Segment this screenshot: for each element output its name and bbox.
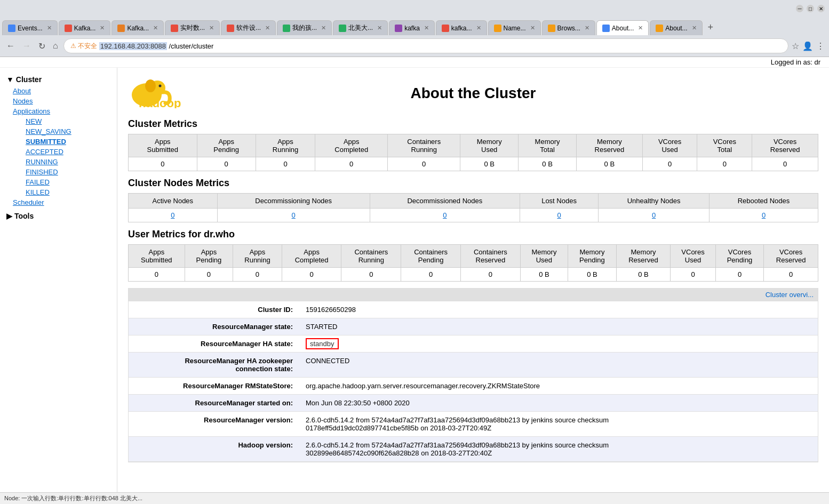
user-metrics-cell: 0 B: [568, 268, 617, 282]
cluster-info-value: CONNECTED: [299, 353, 818, 378]
sidebar-tools-header[interactable]: ▶ Tools: [0, 210, 117, 222]
hadoop-logo: hadoop: [128, 76, 235, 108]
user-metrics-header: VCores Pending: [715, 245, 764, 268]
user-metrics-header: VCores Used: [671, 245, 715, 268]
user-metrics-cell: 0 B: [520, 268, 568, 282]
cluster-metrics-header: VCores Used: [642, 134, 697, 157]
cluster-metrics-title: Cluster Metrics: [128, 118, 818, 130]
bookmark-icon[interactable]: ☆: [792, 41, 799, 51]
address-input-container[interactable]: ⚠ 不安全 192.168.48.203:8088 /cluster/clust…: [63, 38, 788, 53]
hadoop-logo-area: hadoop: [128, 76, 245, 110]
page-title-container: About the Cluster: [245, 85, 701, 102]
browser-tab[interactable]: Events...✕: [2, 20, 58, 35]
user-metrics-header: Apps Submitted: [129, 245, 185, 268]
browser-tab[interactable]: About...✕: [650, 20, 702, 35]
browser-tab[interactable]: kafka✕: [389, 20, 435, 35]
cluster-metrics-cell: 0: [129, 157, 197, 171]
browser-tab[interactable]: kafka...✕: [436, 20, 487, 35]
sidebar-item-submitted[interactable]: SUBMITTED: [6, 137, 117, 147]
sidebar-applications-subsection: NEW NEW_SAVING SUBMITTED ACCEPTED RUNNIN…: [6, 116, 117, 197]
sidebar-item-new[interactable]: NEW: [6, 116, 117, 126]
cluster-metrics-cell: 0: [315, 157, 388, 171]
cluster-metrics-cell: 0 B: [577, 157, 643, 171]
browser-tab[interactable]: Brows...✕: [542, 20, 595, 35]
new-tab-button[interactable]: +: [704, 20, 718, 35]
cluster-metrics-cell: 0 B: [519, 157, 577, 171]
menu-icon[interactable]: ⋮: [816, 41, 825, 51]
cluster-info-value: STARTED: [299, 318, 818, 335]
cluster-nodes-cell: 0: [129, 209, 218, 222]
sidebar-item-killed[interactable]: KILLED: [6, 187, 117, 197]
cluster-metrics-cell: 0: [388, 157, 460, 171]
sidebar-item-nodes[interactable]: Nodes: [0, 96, 117, 106]
home-button[interactable]: ⌂: [51, 40, 60, 52]
cluster-info-value: Mon Jun 08 22:30:50 +0800 2020: [299, 395, 818, 412]
browser-tab[interactable]: 北美大...✕: [333, 20, 388, 35]
cluster-metrics-header: Memory Used: [460, 134, 519, 157]
cluster-info-label: Cluster ID:: [129, 301, 299, 318]
cluster-nodes-cell: 0: [370, 209, 520, 222]
cluster-info-row: ResourceManager version:2.6.0-cdh5.14.2 …: [129, 412, 818, 437]
browser-tab[interactable]: Kafka...✕: [111, 20, 164, 35]
forward-button[interactable]: →: [20, 40, 33, 52]
sidebar-item-applications[interactable]: Applications: [0, 106, 117, 116]
cluster-info-value: 2.6.0-cdh5.14.2 from 5724a4ad7a27f7af31a…: [299, 437, 818, 462]
user-metrics-cell: 0: [715, 268, 764, 282]
svg-point-3: [145, 79, 156, 92]
sidebar-cluster-header[interactable]: ▼ Cluster: [0, 73, 117, 86]
cluster-info-label: ResourceManager HA zookeeper connection …: [129, 353, 299, 378]
sidebar-tools-section: ▶ Tools: [0, 210, 117, 222]
browser-tab[interactable]: 软件设...✕: [221, 20, 276, 35]
close-button[interactable]: ✕: [817, 5, 825, 12]
tools-label: ▶ Tools: [6, 212, 34, 220]
sidebar-item-failed[interactable]: FAILED: [6, 177, 117, 187]
header-row: hadoop About the Cluster: [128, 76, 818, 110]
back-button[interactable]: ←: [4, 40, 17, 52]
svg-text:hadoop: hadoop: [139, 97, 181, 108]
cluster-metrics-cell: 0: [697, 157, 752, 171]
browser-tab[interactable]: 我的孩...✕: [277, 20, 332, 35]
cluster-nodes-cell: 0: [710, 209, 818, 222]
sidebar-item-about[interactable]: About: [0, 86, 117, 96]
cluster-metrics-cell: 0: [752, 157, 818, 171]
cluster-arrow-icon: ▼: [6, 75, 14, 84]
cluster-info-row: ResourceManager HA state:standby: [129, 335, 818, 353]
address-actions: ☆ 👤 ⋮: [792, 41, 825, 51]
user-metrics-header: Memory Reserved: [616, 245, 671, 268]
cluster-nodes-header: Decommissioned Nodes: [370, 194, 520, 209]
cluster-info-label: Hadoop version:: [129, 437, 299, 462]
maximize-button[interactable]: □: [807, 5, 814, 12]
user-metrics-cell: 0: [671, 268, 715, 282]
address-host[interactable]: 192.168.48.203:8088: [99, 42, 167, 50]
logged-in-text: Logged in as: dr: [771, 58, 820, 66]
sidebar-item-new-saving[interactable]: NEW_SAVING: [6, 126, 117, 137]
profile-icon[interactable]: 👤: [802, 41, 813, 51]
security-icon: ⚠ 不安全: [70, 42, 97, 51]
user-metrics-cell: 0: [401, 268, 461, 282]
browser-tab[interactable]: Kafka...✕: [59, 20, 111, 35]
cluster-metrics-cell: 0: [197, 157, 256, 171]
user-metrics-header: Apps Pending: [185, 245, 233, 268]
browser-tab[interactable]: 实时数...✕: [165, 20, 220, 35]
window-controls[interactable]: ─ □ ✕: [796, 5, 825, 12]
sidebar-item-accepted[interactable]: ACCEPTED: [6, 147, 117, 157]
status-text: Node: 一次输入行数:单行行数:单行行数:048 北美大...: [4, 494, 142, 502]
cluster-metrics-header: Containers Running: [388, 134, 460, 157]
cluster-info-value: 2.6.0-cdh5.14.2 from 5724a4ad7a27f7af31a…: [299, 412, 818, 437]
cluster-info-value: org.apache.hadoop.yarn.server.resourcema…: [299, 378, 818, 395]
sidebar-item-scheduler[interactable]: Scheduler: [0, 197, 117, 207]
user-metrics-table: Apps SubmittedApps PendingApps RunningAp…: [128, 244, 818, 282]
browser-tab[interactable]: About...✕: [596, 20, 649, 35]
cluster-info-label: ResourceManager version:: [129, 412, 299, 437]
cluster-overview-link[interactable]: Cluster overvi...: [129, 289, 818, 301]
sidebar-item-running[interactable]: RUNNING: [6, 157, 117, 167]
browser-tab[interactable]: Name...✕: [488, 20, 541, 35]
reload-button[interactable]: ↻: [36, 40, 47, 52]
minimize-button[interactable]: ─: [796, 5, 803, 12]
cluster-info-section: Cluster overvi... Cluster ID:15916266502…: [128, 288, 818, 462]
cluster-info-row: ResourceManager HA zookeeper connection …: [129, 353, 818, 378]
cluster-info-row: ResourceManager started on:Mon Jun 08 22…: [129, 395, 818, 412]
address-url: 192.168.48.203:8088 /cluster/cluster: [99, 42, 213, 50]
sidebar-item-finished[interactable]: FINISHED: [6, 167, 117, 177]
status-bar: Node: 一次输入行数:单行行数:单行行数:048 北美大...: [0, 492, 829, 504]
